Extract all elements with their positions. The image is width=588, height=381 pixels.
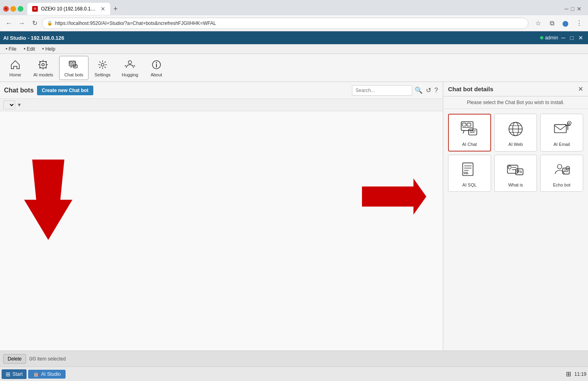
lock-icon: 🔒: [47, 20, 53, 26]
ai-chat-icon: [459, 119, 480, 139]
svg-rect-11: [70, 62, 72, 63]
settings-button[interactable]: ⋮: [574, 18, 585, 29]
app-maximize-btn[interactable]: □: [569, 35, 575, 41]
svg-rect-0: [40, 61, 46, 68]
tab-close-btn[interactable]: ✕: [101, 6, 105, 12]
app-close-btn[interactable]: ✕: [577, 35, 585, 41]
chatbot-card-what-is[interactable]: What is: [494, 155, 537, 192]
win-close[interactable]: ✕: [3, 6, 9, 12]
browser-minimize[interactable]: ─: [565, 6, 569, 12]
about-icon: [150, 58, 163, 71]
app-titlebar: AI Studio - 192.168.0.126 admin ─ □ ✕: [0, 31, 588, 44]
search-input[interactable]: [352, 85, 412, 96]
app-minimize-btn[interactable]: ─: [560, 35, 567, 41]
toolbar-about[interactable]: About: [144, 56, 169, 80]
right-panel-header: Chat bot details ✕: [443, 82, 588, 96]
status-bar: Delete 0/0 item selected: [0, 350, 588, 367]
svg-point-56: [508, 166, 511, 169]
search-button[interactable]: 🔍: [414, 86, 424, 95]
refresh-button[interactable]: ↺: [425, 86, 432, 95]
tab-bar: ✕ O OZEKI 10 (192.168.0.126) ✕ + ─ □ ✕: [0, 0, 588, 15]
chatbot-card-echo-bot[interactable]: ↩ Echo bot: [540, 155, 583, 192]
filter-row: ▼: [0, 99, 443, 111]
ai-studio-taskbar-label: AI Studio: [41, 371, 61, 377]
toolbar-ai-models-label: AI models: [33, 72, 53, 77]
right-panel-close-btn[interactable]: ✕: [578, 85, 583, 93]
ai-chat-label: AI Chat: [462, 142, 477, 147]
panel-title: Chat bots: [4, 87, 34, 94]
delete-button[interactable]: Delete: [3, 354, 26, 364]
start-button[interactable]: ⊞ Start: [2, 369, 27, 379]
svg-text:SQL: SQL: [464, 171, 469, 175]
ai-email-icon: [551, 119, 572, 139]
star-button[interactable]: ☆: [532, 18, 544, 29]
menu-help[interactable]: • Help: [39, 45, 58, 53]
taskbar-time: 11:19: [574, 371, 586, 377]
dropdown-arrow: ▼: [17, 102, 22, 108]
menu-file[interactable]: • File: [2, 45, 20, 53]
chatbot-card-ai-chat[interactable]: AI Chat: [448, 114, 491, 152]
settings-icon: [96, 58, 109, 71]
ai-email-label: AI Email: [553, 142, 570, 147]
browser-maximize[interactable]: □: [571, 6, 574, 12]
menu-edit[interactable]: • Edit: [21, 45, 38, 53]
toolbar-hugging-label: Hugging: [122, 72, 138, 77]
online-indicator: [540, 36, 543, 39]
back-button[interactable]: ←: [3, 18, 14, 29]
help-button[interactable]: ?: [434, 86, 439, 95]
what-is-icon: [505, 159, 526, 180]
toolbar-settings[interactable]: Settings: [89, 56, 116, 80]
url-text: https://localhost:9520/AI+Studio/?a=Chat…: [55, 20, 216, 26]
chatbot-grid: AI Chat AI Web: [443, 109, 588, 197]
win-maximize[interactable]: [18, 6, 23, 12]
toolbar-hugging[interactable]: Hugging: [117, 56, 144, 80]
chatbot-card-ai-sql[interactable]: SQL AI SQL: [448, 155, 491, 192]
left-panel-header: Chat bots Create new Chat bot 🔍 ↺ ?: [0, 82, 443, 99]
start-icon: ⊞: [6, 371, 10, 377]
toolbar-about-label: About: [150, 72, 162, 77]
left-panel: Chat bots Create new Chat bot 🔍 ↺ ? ▼: [0, 82, 443, 350]
admin-area: admin ─ □ ✕: [540, 35, 585, 41]
ai-web-label: AI Web: [508, 142, 523, 147]
address-bar[interactable]: 🔒 https://localhost:9520/AI+Studio/?a=Ch…: [42, 18, 528, 29]
toolbar-home[interactable]: Home: [3, 56, 27, 80]
chatbot-card-ai-web[interactable]: AI Web: [494, 114, 537, 152]
main-content: Chat bots Create new Chat bot 🔍 ↺ ? ▼: [0, 82, 588, 350]
svg-rect-12: [73, 62, 75, 63]
app-title: AI Studio - 192.168.0.126: [3, 35, 64, 41]
ai-studio-taskbar-icon: 🤖: [33, 371, 39, 377]
svg-rect-44: [554, 125, 566, 133]
echo-bot-label: Echo bot: [553, 182, 570, 187]
create-chatbot-button[interactable]: Create new Chat bot: [37, 86, 93, 95]
ai-web-icon: [505, 119, 526, 139]
taskbar-right: ⊞ 11:19: [566, 370, 586, 378]
grid-icon: ⊞: [566, 370, 571, 378]
win-minimize[interactable]: [10, 6, 16, 12]
toolbar-chat-bots[interactable]: Chat bots: [59, 56, 88, 80]
status-text: 0/0 item selected: [29, 356, 66, 362]
svg-marker-22: [24, 160, 72, 240]
browser-close[interactable]: ✕: [577, 6, 582, 12]
ai-models-icon: [37, 58, 49, 71]
chatbot-card-ai-email[interactable]: AI Email: [540, 114, 583, 152]
ai-studio-taskbar-button[interactable]: 🤖 AI Studio: [28, 370, 66, 379]
ai-sql-label: AI SQL: [463, 182, 477, 187]
tab-title: OZEKI 10 (192.168.0.126): [41, 6, 97, 12]
arrow-left: [0, 111, 443, 350]
profile-button[interactable]: ⬤: [560, 18, 571, 29]
admin-label: admin: [545, 35, 558, 41]
extensions-button[interactable]: ⧉: [546, 18, 557, 29]
toolbar: Home AI models: [0, 54, 588, 82]
active-tab[interactable]: O OZEKI 10 (192.168.0.126) ✕: [27, 3, 110, 15]
reload-button[interactable]: ↻: [29, 18, 40, 29]
filter-dropdown[interactable]: [3, 100, 15, 109]
start-label: Start: [12, 371, 23, 377]
svg-point-1: [42, 63, 44, 66]
new-tab-button[interactable]: +: [110, 4, 121, 14]
forward-button[interactable]: →: [16, 18, 27, 29]
svg-point-21: [156, 62, 157, 63]
svg-rect-33: [463, 123, 466, 126]
browser-chrome: ✕ O OZEKI 10 (192.168.0.126) ✕ + ─ □ ✕ ←…: [0, 0, 588, 31]
ai-sql-icon: SQL: [459, 159, 480, 180]
toolbar-ai-models[interactable]: AI models: [28, 56, 58, 80]
